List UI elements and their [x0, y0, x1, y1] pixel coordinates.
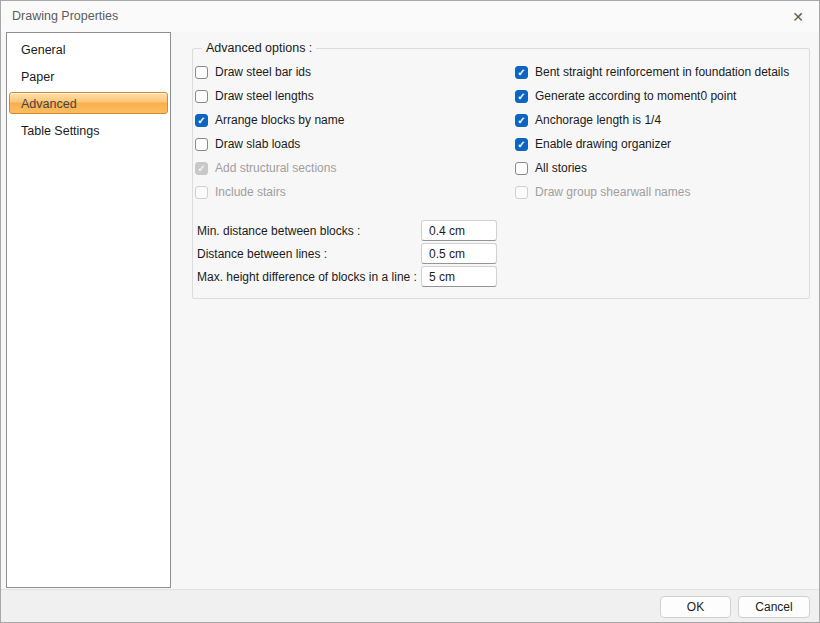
checkbox-icon[interactable] [195, 90, 208, 103]
group-title: Advanced options : [202, 41, 316, 56]
max-height-difference-label: Max. height difference of blocks in a li… [197, 269, 417, 285]
checkbox-icon [515, 186, 528, 199]
checkbox-draw-slab-loads[interactable]: Draw slab loads [195, 136, 300, 152]
checkbox-icon[interactable]: ✓ [515, 90, 528, 103]
checkbox-icon[interactable] [195, 66, 208, 79]
sidebar-item-paper[interactable]: Paper [9, 65, 168, 87]
checkbox-generate-according-moment0[interactable]: ✓ Generate according to moment0 point [515, 88, 736, 104]
checkbox-enable-drawing-organizer[interactable]: ✓ Enable drawing organizer [515, 136, 671, 152]
checkbox-label: Draw slab loads [215, 137, 300, 151]
ok-button[interactable]: OK [660, 596, 731, 618]
checkbox-icon[interactable]: ✓ [515, 66, 528, 79]
checkbox-label: Draw group shearwall names [535, 185, 690, 199]
min-distance-between-blocks-label: Min. distance between blocks : [197, 223, 360, 239]
checkbox-label: Add structural sections [215, 161, 336, 175]
category-list: General Paper Advanced Table Settings [6, 32, 171, 588]
sidebar-item-table-settings[interactable]: Table Settings [9, 119, 168, 141]
checkbox-label: Bent straight reinforcement in foundatio… [535, 65, 789, 79]
title-bar: Drawing Properties ✕ [1, 1, 819, 32]
checkbox-icon: ✓ [195, 162, 208, 175]
checkbox-draw-group-shearwall-names: Draw group shearwall names [515, 184, 690, 200]
checkbox-label: Include stairs [215, 185, 286, 199]
checkbox-label: Anchorage length is 1/4 [535, 113, 661, 127]
min-distance-between-blocks-input[interactable] [421, 220, 497, 241]
window-title: Drawing Properties [12, 1, 118, 32]
checkbox-icon[interactable] [515, 162, 528, 175]
checkbox-label: Enable drawing organizer [535, 137, 671, 151]
checkbox-label: Draw steel lengths [215, 89, 314, 103]
checkbox-label: All stories [535, 161, 587, 175]
close-icon[interactable]: ✕ [784, 5, 812, 29]
checkbox-icon[interactable]: ✓ [195, 114, 208, 127]
checkbox-icon[interactable]: ✓ [515, 114, 528, 127]
checkbox-label: Draw steel bar ids [215, 65, 311, 79]
checkbox-draw-steel-lengths[interactable]: Draw steel lengths [195, 88, 314, 104]
drawing-properties-dialog: Drawing Properties ✕ General Paper Advan… [0, 0, 820, 623]
checkbox-icon[interactable]: ✓ [515, 138, 528, 151]
sidebar-item-advanced[interactable]: Advanced [9, 92, 168, 114]
checkbox-all-stories[interactable]: All stories [515, 160, 587, 176]
checkbox-label: Generate according to moment0 point [535, 89, 736, 103]
cancel-button[interactable]: Cancel [738, 596, 810, 618]
checkbox-anchorage-length[interactable]: ✓ Anchorage length is 1/4 [515, 112, 661, 128]
checkbox-add-structural-sections: ✓ Add structural sections [195, 160, 336, 176]
max-height-difference-input[interactable] [421, 266, 497, 287]
distance-between-lines-label: Distance between lines : [197, 246, 327, 262]
checkbox-icon [195, 186, 208, 199]
distance-between-lines-input[interactable] [421, 243, 497, 264]
checkbox-include-stairs: Include stairs [195, 184, 286, 200]
checkbox-bent-straight-reinforcement[interactable]: ✓ Bent straight reinforcement in foundat… [515, 64, 789, 80]
checkbox-icon[interactable] [195, 138, 208, 151]
checkbox-arrange-blocks-by-name[interactable]: ✓ Arrange blocks by name [195, 112, 344, 128]
sidebar-item-general[interactable]: General [9, 38, 168, 60]
checkbox-label: Arrange blocks by name [215, 113, 344, 127]
checkbox-draw-steel-bar-ids[interactable]: Draw steel bar ids [195, 64, 311, 80]
dialog-footer: OK Cancel [1, 589, 819, 622]
